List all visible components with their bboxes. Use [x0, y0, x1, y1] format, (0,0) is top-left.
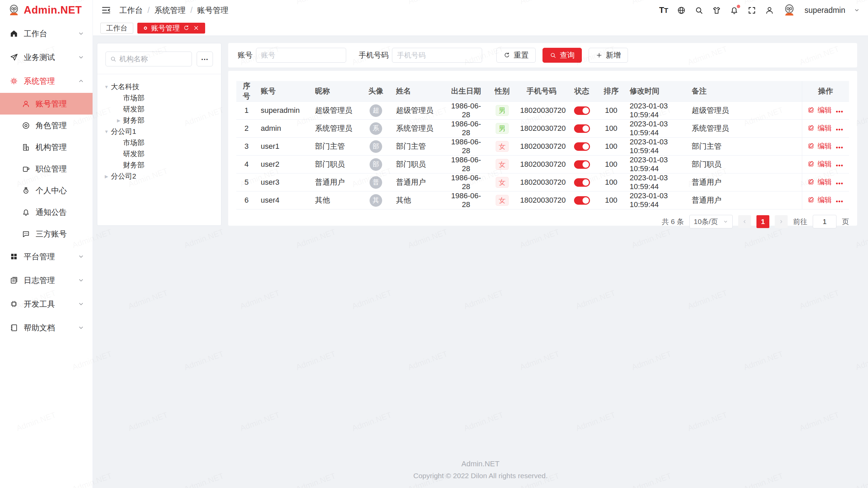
tab-workbench[interactable]: 工作台 [100, 23, 133, 34]
tree-item[interactable]: 市场部 [102, 137, 218, 148]
close-icon[interactable] [193, 25, 199, 31]
sidebar-item-third-party-account[interactable]: 三方账号 [0, 223, 93, 245]
search-icon[interactable] [694, 6, 704, 15]
query-button[interactable]: 查询 [542, 48, 582, 63]
account-table: 序号 账号 昵称 头像 姓名 出生日期 性别 手机号码 状态 排序 修改时间 备… [236, 81, 849, 209]
notification-bell-icon[interactable] [730, 6, 739, 15]
status-toggle[interactable] [574, 106, 590, 115]
row-more-button[interactable]: ••• [836, 126, 843, 133]
table-row: 4 user2 部门职员 部 部门职员 1986-06-28 女 1802003… [236, 156, 849, 174]
add-button[interactable]: 新增 [589, 48, 628, 63]
edit-button[interactable]: 编辑 [808, 123, 832, 133]
edit-button[interactable]: 编辑 [808, 195, 832, 205]
logo[interactable]: Admin.NET [0, 0, 93, 20]
status-toggle[interactable] [574, 196, 590, 205]
breadcrumb-item[interactable]: 系统管理 [154, 5, 185, 16]
fullscreen-icon[interactable] [747, 6, 756, 15]
language-icon[interactable] [677, 6, 686, 15]
sidebar-item-platform-management[interactable]: 平台管理 [0, 245, 93, 268]
sidebar-item-role-management[interactable]: 角色管理 [0, 115, 93, 136]
role-icon [22, 121, 30, 130]
account-input[interactable] [256, 48, 346, 63]
sidebar-item-position-management[interactable]: 职位管理 [0, 158, 93, 180]
collapse-menu-icon[interactable] [101, 5, 111, 15]
breadcrumb-item[interactable]: 账号管理 [197, 5, 229, 16]
font-size-icon[interactable]: TT [659, 5, 668, 15]
tree-item[interactable]: 研发部 [102, 103, 218, 115]
tree-item[interactable]: 市场部 [102, 92, 218, 103]
tree-item[interactable]: 分公司2 [102, 170, 218, 182]
sidebar-item-workbench[interactable]: 工作台 [0, 22, 93, 45]
edit-button[interactable]: 编辑 [808, 141, 832, 151]
tree-caret-icon[interactable] [102, 128, 111, 135]
chevron-down-icon [78, 30, 84, 37]
tree-item[interactable]: 分公司1 [102, 126, 218, 137]
tree-caret-icon[interactable] [102, 84, 111, 90]
gender-badge: 女 [496, 195, 509, 206]
page-number-current[interactable]: 1 [756, 215, 769, 228]
gender-badge: 女 [496, 177, 509, 188]
edit-button[interactable]: 编辑 [808, 105, 832, 115]
tree-item[interactable]: 研发部 [102, 148, 218, 159]
tree-item[interactable]: 大名科技 [102, 81, 218, 92]
cell-nickname: 普通用户 [311, 174, 360, 191]
sidebar-item-help-docs[interactable]: 帮助文档 [0, 316, 93, 340]
row-more-button[interactable]: ••• [836, 162, 843, 169]
status-toggle[interactable] [574, 160, 590, 169]
sidebar-item-dev-tools[interactable]: 开发工具 [0, 292, 93, 316]
table-row: 6 user4 其他 其 其他 1986-06-28 女 18020030720… [236, 191, 849, 209]
cell-account: user2 [257, 156, 311, 174]
logo-monkey-icon [7, 4, 20, 17]
chevron-down-icon [78, 54, 84, 61]
sidebar-item-org-management[interactable]: 机构管理 [0, 136, 93, 158]
theme-icon[interactable] [712, 6, 721, 15]
status-toggle[interactable] [574, 178, 590, 187]
org-more-button[interactable]: ... [197, 52, 213, 66]
cell-index: 2 [236, 120, 257, 138]
breadcrumb-item[interactable]: 工作台 [119, 5, 143, 16]
row-more-button[interactable]: ••• [836, 180, 843, 187]
sidebar-item-business-test[interactable]: 业务测试 [0, 45, 93, 69]
tree-caret-icon[interactable] [114, 117, 123, 123]
phone-input[interactable] [392, 48, 482, 63]
row-more-button[interactable]: ••• [836, 108, 843, 115]
reset-button[interactable]: 重置 [496, 48, 536, 63]
cell-index: 1 [236, 102, 257, 120]
cell-birthday: 1986-06-28 [444, 191, 488, 209]
tab-account-management[interactable]: 账号管理 [137, 23, 205, 34]
tree-caret-icon[interactable] [102, 173, 111, 179]
user-icon[interactable] [765, 6, 774, 15]
next-page-button[interactable] [775, 215, 788, 228]
cell-birthday: 1986-06-28 [444, 156, 488, 174]
sidebar-item-personal-center[interactable]: 个人中心 [0, 180, 93, 201]
cell-index: 3 [236, 138, 257, 156]
cell-sort: 100 [597, 138, 626, 156]
cell-modified-time: 2023-01-03 10:59:44 [626, 156, 688, 174]
org-search-input[interactable] [119, 55, 188, 63]
chevron-down-icon[interactable] [854, 7, 860, 13]
username[interactable]: superadmin [805, 6, 845, 15]
tree-item[interactable]: 财务部 [102, 115, 218, 126]
sidebar-item-system-management[interactable]: 系统管理 [0, 69, 93, 93]
row-more-button[interactable]: ••• [836, 198, 843, 205]
edit-button[interactable]: 编辑 [808, 159, 832, 169]
cell-sort: 100 [597, 191, 626, 209]
log-icon [9, 276, 18, 285]
status-toggle[interactable] [574, 124, 590, 133]
avatar[interactable] [783, 3, 796, 17]
chat-icon [22, 230, 30, 238]
edit-button[interactable]: 编辑 [808, 177, 832, 187]
org-tree: 大名科技 市场部 研发部 财务部 [97, 74, 221, 182]
sidebar-item-notice[interactable]: 通知公告 [0, 201, 93, 223]
row-more-button[interactable]: ••• [836, 144, 843, 151]
sidebar-item-account-management[interactable]: 账号管理 [0, 93, 93, 115]
avatar: 超 [370, 104, 382, 117]
refresh-icon[interactable] [183, 25, 190, 31]
sidebar-item-log-management[interactable]: 日志管理 [0, 268, 93, 292]
tree-item[interactable]: 财务部 [102, 159, 218, 170]
page-size-select[interactable]: 10条/页 [689, 215, 733, 228]
breadcrumb: 工作台 / 系统管理 / 账号管理 [119, 5, 229, 16]
prev-page-button[interactable] [738, 215, 751, 228]
status-toggle[interactable] [574, 142, 590, 151]
goto-page-input[interactable] [813, 215, 836, 228]
